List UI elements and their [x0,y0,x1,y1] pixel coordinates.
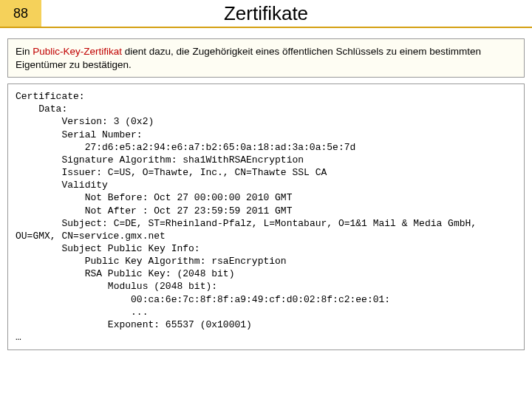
cert-line: Certificate: [16,91,85,102]
cert-line: Exponent: 65537 (0x10001) [16,319,252,330]
cert-line: Not After : Oct 27 23:59:59 2011 GMT [16,205,292,216]
cert-line: Subject Public Key Info: [16,243,200,254]
cert-line: Version: 3 (0x2) [16,116,154,127]
description-box: Ein Public-Key-Zertifikat dient dazu, di… [7,38,525,78]
desc-prefix: Ein [16,46,33,57]
cert-line: Serial Number: [16,129,143,140]
cert-line: Modulus (2048 bit): [16,281,217,292]
cert-line: 27:d6:e5:a2:94:e6:a7:b2:65:0a:18:ad:3a:0… [16,142,355,153]
cert-ellipsis: … [16,332,21,343]
slide-title: Zertifikate [0,2,532,25]
cert-line: Validity [16,180,108,191]
cert-line: ... [16,307,148,318]
cert-line: Subject: C=DE, ST=Rheinland-Pfalz, L=Mon… [16,218,482,242]
cert-line: Public Key Algorithm: rsaEncryption [16,256,287,267]
cert-line: Data: [16,103,67,115]
cert-line: Issuer: C=US, O=Thawte, Inc., CN=Thawte … [16,167,327,178]
cert-line: RSA Public Key: (2048 bit) [16,268,234,279]
desc-term: Public-Key-Zertifikat [33,46,122,57]
certificate-box: Certificate: Data: Version: 3 (0x2) Seri… [7,83,525,350]
cert-line: 00:ca:6e:7c:8f:8f:a9:49:cf:d0:02:8f:c2:e… [16,294,390,305]
cert-line: Signature Algorithm: sha1WithRSAEncrypti… [16,154,304,166]
cert-line: Not Before: Oct 27 00:00:00 2010 GMT [16,192,292,203]
slide-header: 88 Zertifikate [0,0,532,28]
